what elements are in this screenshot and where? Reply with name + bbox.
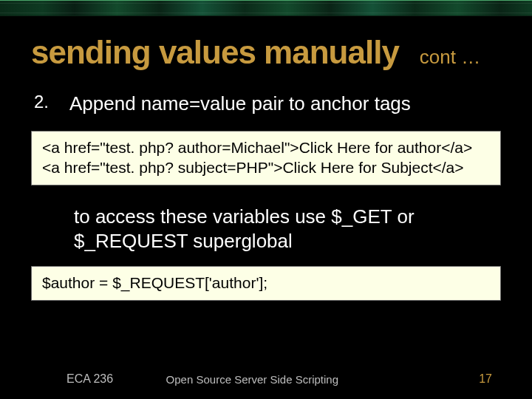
slide-footer: ECA 236 Open Source Server Side Scriptin… — [0, 372, 532, 386]
code-line: $author = $_REQUEST['author']; — [42, 273, 490, 293]
slide-title-continued: cont … — [420, 46, 480, 69]
footer-page-number: 17 — [479, 372, 492, 386]
decorative-top-bar — [0, 0, 532, 16]
footer-course-code: ECA 236 — [66, 372, 113, 386]
code-box-request: $author = $_REQUEST['author']; — [31, 266, 501, 301]
sub-text: to access these variables use $_GET or $… — [31, 199, 501, 265]
code-line: <a href="test. php? subject=PHP">Click H… — [42, 157, 490, 177]
slide-body: sending values manually cont … 2. Append… — [0, 16, 532, 399]
bullet-number: 2. — [34, 92, 52, 116]
code-box-anchors: <a href="test. php? author=Michael">Clic… — [31, 131, 501, 186]
footer-deck-title: Open Source Server Side Scripting — [166, 373, 338, 386]
bullet-text: Append name=value pair to anchor tags — [69, 92, 411, 116]
slide-title: sending values manually — [31, 34, 399, 71]
code-line: <a href="test. php? author=Michael">Clic… — [42, 137, 490, 157]
slide-title-row: sending values manually cont … — [31, 16, 501, 87]
numbered-bullet: 2. Append name=value pair to anchor tags — [31, 87, 501, 129]
